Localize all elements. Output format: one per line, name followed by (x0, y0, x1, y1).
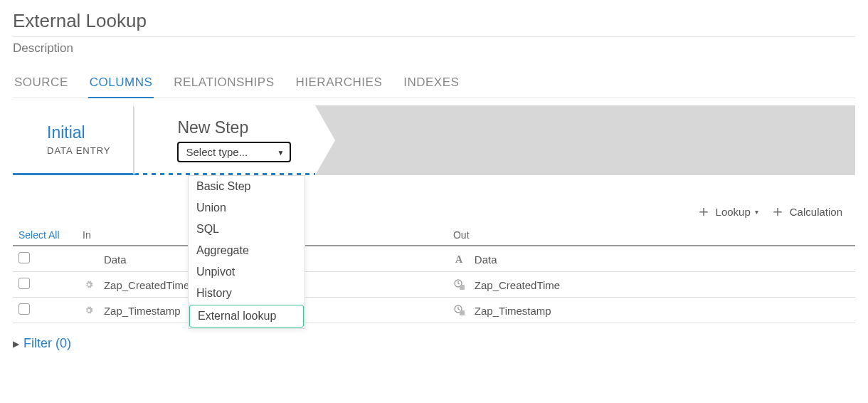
step-initial[interactable]: Initial DATA ENTRY (13, 105, 134, 175)
out-header: Out (448, 225, 855, 246)
subtitle-row: Description (13, 36, 855, 56)
filter-toggle[interactable]: ▶ Filter (0) (13, 336, 855, 351)
tab-source[interactable]: SOURCE (13, 71, 70, 98)
select-all-header[interactable]: Select All (13, 225, 77, 246)
out-label[interactable]: Zap_Timestamp (475, 304, 551, 316)
step-initial-title: Initial (47, 123, 110, 142)
row-checkbox[interactable] (18, 303, 30, 315)
step-new[interactable]: New Step Select type... ▼ (134, 105, 315, 175)
add-lookup-button[interactable]: ＋ Lookup ▾ (696, 204, 758, 219)
toolbar: ＋ Lookup ▾ ＋ Calculation (13, 175, 855, 225)
add-calculation-button[interactable]: ＋ Calculation (770, 204, 842, 219)
dropdown-item-unpivot[interactable]: Unpivot (189, 261, 305, 283)
tab-indexes[interactable]: INDEXES (402, 71, 460, 98)
table-row: Data A Data (13, 246, 855, 272)
dropdown-item-basic-step[interactable]: Basic Step (189, 176, 305, 197)
columns-table: Select All In Out Data A Data (13, 225, 855, 323)
table-row: Zap_CreatedTime Zap_CreatedTime (13, 272, 855, 298)
add-calculation-label: Calculation (790, 206, 842, 218)
datetime-icon (453, 279, 466, 291)
in-label[interactable]: Zap_CreatedTime (104, 278, 189, 291)
step-new-title: New Step (177, 118, 291, 137)
page-title: External Lookup (13, 10, 855, 32)
chevron-down-icon: ▾ (755, 208, 758, 216)
step-type-select[interactable]: Select type... ▼ (177, 142, 291, 162)
table-row: Zap_Timestamp Zap_Timestamp (13, 298, 855, 323)
plus-icon: ＋ (770, 204, 785, 219)
step-initial-sub: DATA ENTRY (47, 145, 110, 156)
tabs: SOURCE COLUMNS RELATIONSHIPS HIERARCHIES… (13, 71, 855, 98)
chevron-down-icon: ▼ (277, 148, 285, 156)
dropdown-item-sql[interactable]: SQL (189, 219, 305, 240)
tab-columns[interactable]: COLUMNS (88, 71, 154, 98)
text-type-icon: A (453, 253, 466, 265)
tab-hierarchies[interactable]: HIERARCHIES (295, 71, 384, 98)
triangle-right-icon: ▶ (13, 339, 19, 349)
svg-rect-2 (460, 285, 465, 290)
add-lookup-label: Lookup (716, 206, 751, 218)
out-label[interactable]: Zap_CreatedTime (475, 278, 560, 291)
svg-rect-4 (460, 310, 465, 315)
row-checkbox[interactable] (18, 278, 30, 289)
in-label[interactable]: Data (104, 253, 127, 265)
gear-icon (83, 281, 95, 289)
steps-bar: Initial DATA ENTRY New Step Select type.… (13, 105, 855, 175)
gear-icon (83, 306, 95, 315)
page-subtitle[interactable]: Description (13, 41, 855, 56)
tab-relationships[interactable]: RELATIONSHIPS (172, 71, 275, 98)
datetime-icon (453, 305, 466, 316)
out-label[interactable]: Data (475, 253, 497, 265)
step-type-select-label: Select type... (186, 146, 248, 158)
dropdown-item-history[interactable]: History (189, 283, 305, 304)
dropdown-item-union[interactable]: Union (189, 197, 305, 219)
dropdown-item-external-lookup[interactable]: External lookup (189, 305, 304, 328)
page-root: External Lookup Description SOURCE COLUM… (0, 0, 868, 365)
in-label[interactable]: Zap_Timestamp (104, 304, 181, 316)
filter-label: Filter (0) (23, 336, 71, 351)
step-type-dropdown: Basic Step Union SQL Aggregate Unpivot H… (188, 175, 305, 329)
row-checkbox[interactable] (18, 252, 30, 263)
plus-icon: ＋ (696, 204, 711, 219)
svg-text:A: A (455, 254, 463, 265)
dropdown-item-aggregate[interactable]: Aggregate (189, 240, 305, 261)
